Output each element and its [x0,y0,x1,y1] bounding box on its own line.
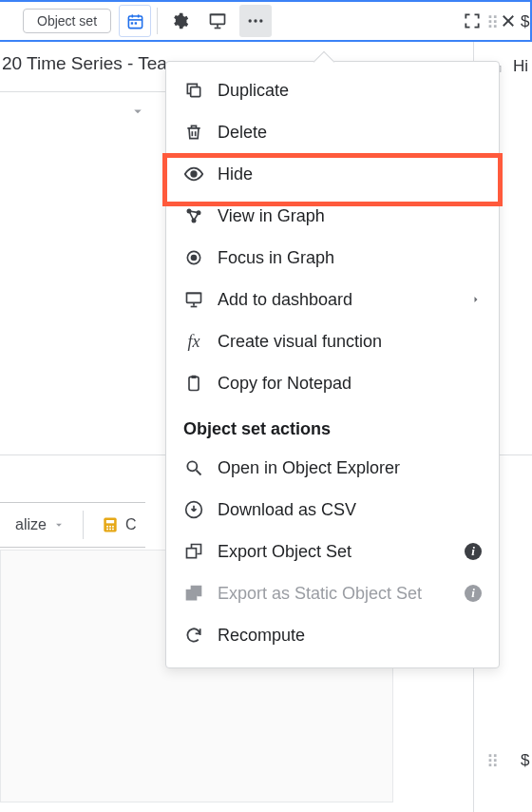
export-icon [183,541,204,562]
svg-rect-23 [191,87,200,97]
svg-rect-39 [189,377,199,390]
menu-item-duplicate[interactable]: Duplicate [166,69,499,111]
menu-section-heading: Object set actions [166,404,499,447]
svg-point-19 [112,526,114,528]
menu-label: Export Object Set [218,542,352,562]
drag-handle-icon[interactable]: ⠿ [486,12,499,33]
info-icon[interactable]: i [465,585,482,602]
presentation-icon[interactable] [201,5,234,37]
target-icon [183,247,204,268]
menu-item-focus-in-graph[interactable]: Focus in Graph [166,237,499,279]
download-icon [183,499,204,520]
menu-label: Create visual function [218,332,382,352]
svg-rect-44 [187,549,197,558]
menu-label: Copy for Notepad [218,374,352,394]
more-icon[interactable] [239,5,272,37]
menu-item-add-to-dashboard[interactable]: Add to dashboard [166,279,499,320]
function-icon: fx [183,331,204,352]
svg-point-41 [187,461,197,471]
menu-label: Duplicate [218,81,289,101]
svg-rect-5 [134,22,136,24]
menu-item-copy-for-notepad[interactable]: Copy for Notepad [166,362,499,404]
svg-rect-35 [187,293,201,302]
svg-rect-4 [130,22,132,24]
gear-icon[interactable] [163,5,196,37]
visualize-dropdown[interactable]: alize [6,511,75,539]
menu-item-export-static-object-set: Export as Static Object Set i [166,572,499,614]
menu-item-recompute[interactable]: Recompute [166,614,499,656]
svg-rect-6 [211,14,225,24]
clipboard-icon [183,373,204,394]
svg-point-18 [109,526,111,528]
calculator-icon [101,515,120,534]
svg-point-11 [254,19,256,22]
menu-label: Add to dashboard [218,290,352,310]
menu-item-delete[interactable]: Delete [166,111,499,153]
menu-label: Download as CSV [218,500,356,520]
export-icon [183,583,204,604]
menu-item-export-object-set[interactable]: Export Object Set i [166,531,499,572]
menu-label: Delete [218,123,267,143]
presentation-icon [183,289,204,310]
separator [157,8,158,34]
fullscreen-icon[interactable] [456,5,488,37]
graph-icon [183,205,204,226]
dollar-fragment: $ [521,12,529,31]
svg-line-42 [197,471,201,475]
svg-rect-40 [192,376,197,378]
eye-icon [183,164,204,184]
object-set-button[interactable]: Object set [23,9,111,33]
card-toolbar: Object set [0,0,532,42]
menu-label: Open in Object Explorer [218,458,400,478]
compute-label-fragment: C [125,516,137,533]
duplicate-icon [183,80,204,101]
menu-item-open-in-explorer[interactable]: Open in Object Explorer [166,447,499,489]
menu-label: View in Graph [218,206,325,226]
menu-item-create-visual-function[interactable]: fx Create visual function [166,320,499,362]
search-icon [183,457,204,478]
menu-label: Hide [218,164,253,184]
info-icon[interactable]: i [465,543,482,560]
calendar-icon[interactable] [119,5,151,37]
menu-item-hide[interactable]: Hide [166,153,499,195]
menu-item-view-in-graph[interactable]: View in Graph [166,195,499,237]
svg-point-20 [106,529,108,531]
separator [83,511,84,539]
menu-label: Recompute [218,626,305,646]
svg-point-10 [249,19,252,22]
visualize-label: alize [15,516,47,533]
refresh-icon [183,625,204,646]
svg-rect-16 [106,520,114,523]
svg-point-21 [109,529,111,531]
svg-point-12 [259,19,262,22]
svg-point-17 [106,526,108,528]
compute-button[interactable]: C [91,510,146,540]
chevron-down-icon[interactable] [129,103,146,120]
svg-point-34 [192,256,197,261]
svg-point-26 [191,171,197,177]
dollar-fragment: $ [521,751,529,770]
lower-toolbar: alize C [0,502,145,548]
svg-point-22 [112,529,114,531]
svg-line-31 [194,213,199,221]
menu-label: Export as Static Object Set [218,584,422,604]
more-menu: Duplicate Delete Hide View in Graph Focu… [165,61,500,668]
menu-item-download-csv[interactable]: Download as CSV [166,489,499,531]
drag-handle-icon[interactable]: ⠿ [486,751,499,772]
chevron-right-icon [470,294,482,305]
menu-label: Focus in Graph [218,248,334,268]
label-fragment: Hi [513,57,528,76]
trash-icon [183,122,204,143]
card-title: 20 Time Series - Tea [0,53,167,74]
